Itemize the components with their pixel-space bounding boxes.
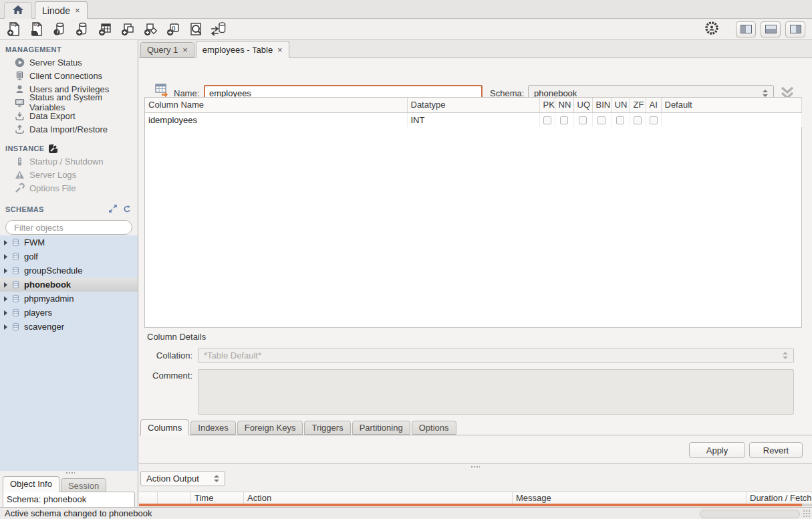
tab-employees-table[interactable]: employees - Table × — [196, 41, 289, 58]
col-header-column-name[interactable]: Column Name — [145, 98, 407, 112]
cell-column-name[interactable]: idemployees — [145, 112, 407, 127]
home-tab[interactable] — [4, 2, 32, 19]
tab-session[interactable]: Session — [61, 478, 106, 492]
col-header-zf[interactable]: ZF — [630, 98, 646, 112]
toggle-secondary-sidebar-button[interactable] — [785, 21, 805, 37]
nn-checkbox[interactable] — [560, 116, 568, 124]
cell-nn[interactable] — [555, 112, 573, 127]
cell-ai[interactable] — [646, 112, 661, 127]
sidebar-item-server-status[interactable]: Server Status — [0, 56, 138, 69]
cell-zf[interactable] — [630, 112, 646, 127]
output-view-select[interactable]: Action Output — [140, 471, 225, 486]
sidebar-item-status-variables[interactable]: Status and System Variables — [0, 96, 138, 109]
schema-inspector-icon[interactable]: i — [51, 21, 68, 38]
sidebar-item-server-logs[interactable]: Server Logs — [0, 168, 138, 181]
schema-item-fwm[interactable]: FWM — [0, 235, 138, 249]
revert-button[interactable]: Revert — [749, 442, 803, 458]
schema-item-golf[interactable]: golf — [0, 249, 138, 264]
connection-tab[interactable]: Linode × — [35, 1, 88, 19]
schema-item-phonebook[interactable]: phonebook — [0, 278, 138, 292]
col-header-pk[interactable]: PK — [539, 98, 555, 112]
subtab-columns[interactable]: Columns — [140, 419, 189, 435]
ai-checkbox[interactable] — [650, 116, 658, 124]
sidebar-item-startup-shutdown[interactable]: Startup / Shutdown — [0, 154, 138, 168]
schema-item-players[interactable]: players — [0, 306, 138, 320]
right-panel-icon — [790, 25, 801, 33]
search-objects-icon[interactable] — [187, 21, 205, 38]
tab-object-info[interactable]: Object Info — [3, 476, 59, 492]
resize-grip-icon[interactable] — [803, 510, 811, 518]
uq-checkbox[interactable] — [579, 116, 587, 124]
pk-checkbox[interactable] — [543, 116, 551, 124]
window-tab-bar: Linode × — [0, 0, 812, 19]
sidebar-item-options-file[interactable]: Options File — [0, 181, 138, 195]
new-table-icon[interactable] — [96, 21, 114, 38]
output-col-action[interactable]: Action — [244, 492, 513, 504]
new-view-icon[interactable] — [119, 21, 136, 38]
expander-icon[interactable] — [4, 324, 7, 330]
server-icon — [15, 71, 25, 81]
toggle-output-area-button[interactable] — [761, 21, 781, 37]
toggle-sidebar-button[interactable] — [736, 21, 756, 37]
expander-icon[interactable] — [4, 282, 7, 288]
new-schema-icon[interactable] — [74, 21, 91, 38]
sidebar-item-data-import[interactable]: Data Import/Restore — [0, 122, 138, 136]
open-sql-script-icon[interactable]: SQL — [28, 21, 45, 38]
subtab-triggers[interactable]: Triggers — [304, 421, 350, 435]
sidebar-splitter-grip[interactable] — [65, 472, 75, 474]
subtab-foreign-keys[interactable]: Foreign Keys — [237, 421, 303, 435]
close-icon[interactable]: × — [277, 45, 283, 55]
output-splitter-grip[interactable] — [470, 465, 480, 468]
cell-datatype[interactable]: INT — [407, 112, 539, 127]
schema-item-scavenger[interactable]: scavenger — [0, 320, 138, 334]
col-header-un[interactable]: UN — [611, 98, 630, 112]
schema-name: players — [24, 308, 52, 318]
col-header-uq[interactable]: UQ — [573, 98, 592, 112]
output-col-time[interactable]: Time — [191, 492, 244, 504]
reconnect-icon[interactable] — [210, 21, 227, 38]
expander-icon[interactable] — [4, 268, 7, 274]
zf-checkbox[interactable] — [634, 116, 642, 124]
bin-checkbox[interactable] — [597, 116, 605, 124]
expander-icon[interactable] — [4, 254, 7, 260]
cell-bin[interactable] — [592, 112, 611, 127]
collation-select[interactable]: *Table Default* — [198, 348, 794, 363]
expander-icon[interactable] — [4, 310, 7, 316]
subtab-options[interactable]: Options — [412, 421, 456, 435]
column-row[interactable]: idemployees INT — [145, 112, 801, 127]
apply-button[interactable]: Apply — [689, 442, 745, 458]
output-col-duration[interactable]: Duration / Fetch — [747, 492, 812, 504]
sidebar-item-client-connections[interactable]: Client Connections — [0, 69, 138, 82]
subtab-partitioning[interactable]: Partitioning — [352, 421, 410, 435]
un-checkbox[interactable] — [616, 116, 624, 124]
schema-filter-box[interactable] — [5, 220, 132, 235]
cell-un[interactable] — [611, 112, 630, 127]
new-sql-tab-icon[interactable]: SQL — [5, 21, 23, 38]
close-icon[interactable]: × — [182, 45, 188, 55]
refresh-schemas-icon[interactable] — [122, 205, 131, 214]
col-header-nn[interactable]: NN — [555, 98, 573, 112]
schema-filter-input[interactable] — [14, 223, 132, 233]
schema-item-phpmyadmin[interactable]: phpmyadmin — [0, 292, 138, 306]
subtab-label: Indexes — [198, 423, 229, 433]
schema-item-groupschedule[interactable]: groupSchedule — [0, 264, 138, 278]
tab-query-1[interactable]: Query 1 × — [140, 42, 194, 58]
col-header-datatype[interactable]: Datatype — [407, 98, 539, 112]
comment-textarea[interactable] — [198, 369, 794, 415]
cell-uq[interactable] — [573, 112, 592, 127]
cell-pk[interactable] — [539, 112, 555, 127]
col-header-bin[interactable]: BIN — [592, 98, 611, 112]
new-function-icon[interactable]: () — [164, 21, 182, 38]
schema-tree: FWM golf groupSchedule phonebook phpmyad… — [0, 235, 138, 471]
col-header-ai[interactable]: AI — [646, 98, 661, 112]
cell-default[interactable] — [661, 112, 801, 127]
output-col-message[interactable]: Message — [513, 492, 747, 504]
expander-icon[interactable] — [4, 296, 7, 302]
expander-icon[interactable] — [4, 240, 7, 245]
expand-schemas-icon[interactable] — [109, 205, 117, 214]
new-routine-icon[interactable] — [142, 21, 159, 38]
gear-user-icon[interactable] — [704, 21, 719, 38]
close-icon[interactable]: × — [75, 5, 80, 15]
subtab-indexes[interactable]: Indexes — [190, 421, 236, 435]
col-header-default[interactable]: Default — [661, 98, 801, 112]
